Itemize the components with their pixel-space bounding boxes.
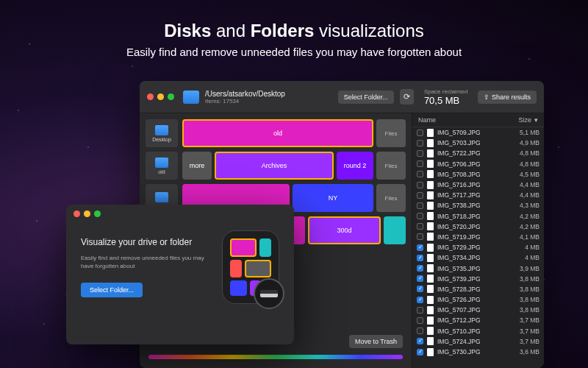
viz-row[interactable]: oldmoreArchivesround 2Files xyxy=(146,152,406,180)
viz-files-segment[interactable]: Files xyxy=(376,184,406,212)
checkbox[interactable] xyxy=(417,286,423,292)
share-results-button[interactable]: ⇪ Share results xyxy=(478,91,537,104)
checkbox[interactable] xyxy=(417,265,423,272)
viz-segment[interactable]: 300d xyxy=(308,216,381,244)
zoom-icon[interactable] xyxy=(168,93,174,100)
file-icon xyxy=(427,244,434,252)
checkbox[interactable] xyxy=(417,182,423,188)
minimize-icon[interactable] xyxy=(157,93,164,100)
checkbox[interactable] xyxy=(417,297,423,303)
file-name: IMG_5724.JPG xyxy=(437,338,506,345)
file-name: IMG_5707.JPG xyxy=(437,306,506,314)
file-row[interactable]: IMG_5706.JPG4,8 MB xyxy=(412,159,544,169)
chevron-down-icon[interactable]: ▾ xyxy=(534,116,538,124)
checkbox[interactable] xyxy=(417,338,423,344)
path-block: /Users/atsarkov/Desktop Items: 17534 xyxy=(205,90,332,105)
window-controls[interactable] xyxy=(66,205,294,223)
file-row[interactable]: IMG_5710.JPG3,7 MB xyxy=(412,326,544,336)
file-row[interactable]: IMG_5717.JPG4,4 MB xyxy=(412,190,544,200)
viz-segment[interactable] xyxy=(384,216,406,244)
checkbox[interactable] xyxy=(417,275,423,282)
zoom-icon[interactable] xyxy=(94,210,101,217)
hero-subtitle: Easily find and remove unneeded files yo… xyxy=(0,46,588,58)
file-size: 3,8 MB xyxy=(510,275,539,283)
file-row[interactable]: IMG_5707.JPG3,8 MB xyxy=(412,305,544,315)
viz-segment[interactable]: old xyxy=(182,119,373,147)
viz-segment[interactable]: NY xyxy=(293,184,373,212)
minimize-icon[interactable] xyxy=(84,210,90,217)
file-name: IMG_5735.JPG xyxy=(437,265,506,272)
file-row[interactable]: IMG_5712.JPG3,7 MB xyxy=(412,315,544,325)
file-icon xyxy=(427,149,434,158)
file-row[interactable]: IMG_5738.JPG4,3 MB xyxy=(412,200,544,210)
viz-segment[interactable]: more xyxy=(182,152,212,180)
file-row[interactable]: IMG_5739.JPG3,8 MB xyxy=(412,274,544,284)
checkbox[interactable] xyxy=(417,140,423,146)
welcome-body-text: Easily find and remove unneeded files yo… xyxy=(81,255,209,270)
file-name: IMG_5722.JPG xyxy=(437,149,506,157)
file-row[interactable]: IMG_5726.JPG3,8 MB xyxy=(412,294,544,305)
file-row[interactable]: IMG_5735.JPG3,9 MB xyxy=(412,263,544,273)
close-icon[interactable] xyxy=(147,93,154,100)
file-size: 4,2 MB xyxy=(510,223,539,230)
disk-icon xyxy=(254,278,284,309)
file-row[interactable]: IMG_5709.JPG5,1 MB xyxy=(412,127,544,138)
file-name: IMG_5709.JPG xyxy=(437,129,506,136)
checkbox[interactable] xyxy=(417,192,423,199)
checkbox[interactable] xyxy=(417,150,423,157)
checkbox[interactable] xyxy=(417,244,423,251)
file-icon xyxy=(427,191,434,199)
file-icon xyxy=(427,296,434,304)
file-row[interactable]: IMG_5728.JPG3,8 MB xyxy=(412,284,544,294)
checkbox[interactable] xyxy=(417,130,423,136)
file-row[interactable]: IMG_5729.JPG4 MB xyxy=(412,242,544,252)
file-icon xyxy=(427,129,434,137)
checkbox[interactable] xyxy=(417,213,423,219)
welcome-heading: Visualize your drive or folder xyxy=(81,237,209,247)
file-row[interactable]: IMG_5703.JPG4,9 MB xyxy=(412,138,544,148)
file-row[interactable]: IMG_5722.JPG4,8 MB xyxy=(412,148,544,158)
viz-row[interactable]: DesktopoldFiles xyxy=(146,119,406,147)
select-folder-button[interactable]: Select Folder... xyxy=(338,91,394,104)
file-name: IMG_5730.JPG xyxy=(437,348,506,355)
file-row[interactable]: IMG_5720.JPG4,2 MB xyxy=(412,222,544,232)
viz-segment[interactable]: round 2 xyxy=(337,152,373,180)
checkbox[interactable] xyxy=(417,307,423,314)
file-row[interactable]: IMG_5724.JPG3,7 MB xyxy=(412,336,544,347)
checkbox[interactable] xyxy=(417,317,423,324)
checkbox[interactable] xyxy=(417,202,423,209)
viz-segment[interactable]: Archives xyxy=(215,152,334,180)
checkbox[interactable] xyxy=(417,328,423,334)
checkbox[interactable] xyxy=(417,233,423,240)
file-list-header[interactable]: Name Size ▾ xyxy=(412,113,544,127)
file-name: IMG_5729.JPG xyxy=(437,244,506,251)
file-row[interactable]: IMG_5730.JPG3,6 MB xyxy=(412,347,544,357)
move-to-trash-button[interactable]: Move to Trash xyxy=(349,335,403,348)
folder-tile[interactable]: Desktop xyxy=(146,119,178,147)
checkbox[interactable] xyxy=(417,255,423,261)
welcome-select-folder-button[interactable]: Select Folder... xyxy=(81,283,143,297)
refresh-button[interactable] xyxy=(400,89,414,105)
file-row[interactable]: IMG_5718.JPG4,2 MB xyxy=(412,211,544,222)
file-name: IMG_5712.JPG xyxy=(437,316,506,324)
window-controls[interactable] xyxy=(147,93,174,100)
checkbox[interactable] xyxy=(417,160,423,167)
checkbox[interactable] xyxy=(417,349,423,355)
file-size: 4,2 MB xyxy=(510,213,539,220)
file-icon xyxy=(427,285,434,293)
file-row[interactable]: IMG_5719.JPG4,1 MB xyxy=(412,232,544,242)
file-size: 3,8 MB xyxy=(510,286,539,293)
file-row[interactable]: IMG_5716.JPG4,4 MB xyxy=(412,180,544,190)
checkbox[interactable] xyxy=(417,171,423,177)
file-name: IMG_5706.JPG xyxy=(437,160,506,168)
file-size: 3,9 MB xyxy=(510,265,539,272)
file-size: 3,8 MB xyxy=(510,306,539,314)
close-icon[interactable] xyxy=(74,210,80,217)
file-row[interactable]: IMG_5734.JPG4 MB xyxy=(412,252,544,263)
file-row[interactable]: IMG_5708.JPG4,5 MB xyxy=(412,169,544,180)
file-size: 3,7 MB xyxy=(510,328,539,335)
folder-tile[interactable]: old xyxy=(146,152,178,180)
checkbox[interactable] xyxy=(417,223,423,230)
viz-files-segment[interactable]: Files xyxy=(376,152,406,180)
viz-files-segment[interactable]: Files xyxy=(376,119,406,147)
